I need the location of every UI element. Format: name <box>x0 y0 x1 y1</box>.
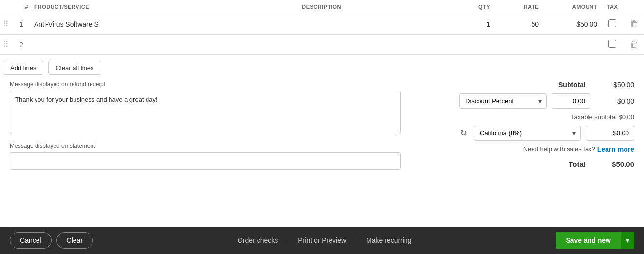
drag-handle-icon[interactable]: ⠿ <box>3 40 9 49</box>
bottom-left: Message displayed on refund receipt Mess… <box>0 81 410 173</box>
taxable-label: Taxable subtotal $0.00 <box>571 113 634 121</box>
discount-row: Discount PercentDiscount Value ▾ $0.00 <box>415 93 634 109</box>
product-cell[interactable] <box>31 35 299 55</box>
description-cell[interactable] <box>299 35 454 55</box>
discount-amount: $0.00 <box>595 97 634 105</box>
tax-checkbox-cell[interactable] <box>600 14 625 35</box>
drag-handle-icon[interactable]: ⠿ <box>3 20 9 28</box>
tax-checkbox[interactable] <box>608 19 616 27</box>
col-description: DESCRIPTION <box>299 0 454 14</box>
table-row: ⠿ 2 🗑 <box>0 35 644 55</box>
col-tax: TAX <box>600 0 625 14</box>
line-items-table: # PRODUCT/SERVICE DESCRIPTION QTY RATE A… <box>0 0 644 55</box>
tax-checkbox-cell[interactable] <box>600 35 625 55</box>
subtotal-label: Subtotal <box>558 81 586 89</box>
statement-message-input[interactable] <box>10 152 401 170</box>
delete-cell[interactable]: 🗑 <box>625 14 644 35</box>
delete-row-button[interactable]: 🗑 <box>630 19 639 29</box>
taxable-row: Taxable subtotal $0.00 <box>415 113 634 121</box>
total-value: $50.00 <box>595 160 634 168</box>
tax-value-input[interactable] <box>586 126 634 141</box>
bottom-section: Message displayed on refund receipt Mess… <box>0 81 644 173</box>
tax-select-wrapper: California (8%) ▾ <box>474 126 581 141</box>
add-lines-button[interactable]: Add lines <box>3 61 43 75</box>
row-number: 2 <box>12 35 31 55</box>
total-label: Total <box>569 160 586 168</box>
delete-cell[interactable]: 🗑 <box>625 35 644 55</box>
discount-select-wrapper: Discount PercentDiscount Value ▾ <box>459 93 547 109</box>
tax-checkbox[interactable] <box>608 40 616 48</box>
amount-cell <box>542 35 600 55</box>
statement-message-label: Message displayed on statement <box>10 143 401 149</box>
col-rate: RATE <box>493 0 542 14</box>
refund-message-textarea[interactable] <box>10 91 401 134</box>
delete-row-button[interactable]: 🗑 <box>630 39 639 50</box>
main-content: # PRODUCT/SERVICE DESCRIPTION QTY RATE A… <box>0 0 644 202</box>
bottom-right: Subtotal $50.00 Discount PercentDiscount… <box>410 81 644 173</box>
clear-all-lines-button[interactable]: Clear all lines <box>48 61 101 75</box>
help-row: Need help with sales tax? Learn more <box>415 145 634 153</box>
amount-cell: $50.00 <box>542 14 600 35</box>
drag-handle-cell: ⠿ <box>0 14 12 35</box>
line-buttons-row: Add lines Clear all lines <box>0 55 644 81</box>
row-number: 1 <box>12 14 31 35</box>
col-product: PRODUCT/SERVICE <box>31 0 299 14</box>
qty-cell[interactable] <box>454 35 493 55</box>
help-text: Need help with sales tax? <box>523 145 595 153</box>
drag-handle-cell: ⠿ <box>0 35 12 55</box>
discount-select[interactable]: Discount PercentDiscount Value <box>459 93 547 109</box>
refresh-icon[interactable]: ↻ <box>460 128 467 138</box>
rate-cell[interactable] <box>493 35 542 55</box>
table-row: ⠿ 1 Anti-Virus Software S 1 50 $50.00 🗑 <box>0 14 644 35</box>
tax-select[interactable]: California (8%) <box>474 126 581 141</box>
refund-message-label: Message displayed on refund receipt <box>10 81 401 88</box>
description-cell[interactable] <box>299 14 454 35</box>
tax-row: ↻ California (8%) ▾ <box>415 126 634 141</box>
subtotal-value: $50.00 <box>595 81 634 89</box>
rate-cell[interactable]: 50 <box>493 14 542 35</box>
discount-value-input[interactable] <box>552 93 590 109</box>
qty-cell[interactable]: 1 <box>454 14 493 35</box>
learn-more-link[interactable]: Learn more <box>597 145 634 153</box>
col-qty: QTY <box>454 0 493 14</box>
total-row: Total $50.00 <box>415 160 634 168</box>
col-hash: # <box>12 0 31 14</box>
col-amount: AMOUNT <box>542 0 600 14</box>
subtotal-row: Subtotal $50.00 <box>415 81 634 89</box>
product-cell[interactable]: Anti-Virus Software S <box>31 14 299 35</box>
